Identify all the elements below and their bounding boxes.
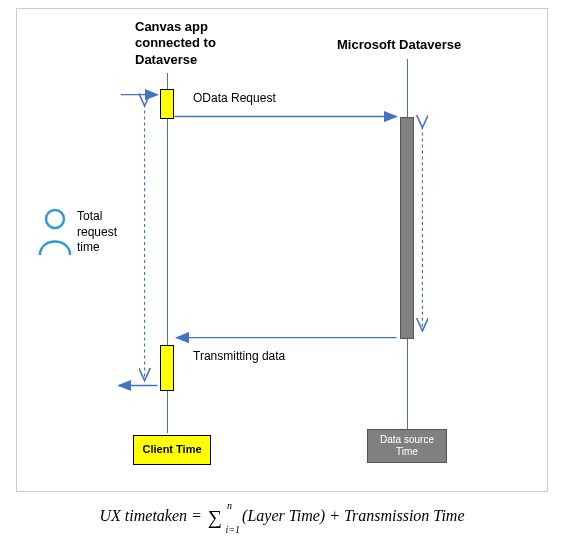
server-activation xyxy=(400,117,414,339)
formula-lhs: UX timetaken xyxy=(100,507,188,524)
dataverse-header: Microsoft Dataverse xyxy=(337,37,461,53)
data-source-time-box: Data source Time xyxy=(367,429,447,463)
transmitting-data-label: Transmitting data xyxy=(193,349,285,363)
client-time-box: Client Time xyxy=(133,435,211,465)
sigma-sup: n xyxy=(227,500,232,511)
sigma-icon: ∑ n i=1 xyxy=(208,506,222,529)
canvas-app-header: Canvas app connected to Dataverse xyxy=(135,19,245,68)
formula-term2: Transmission Time xyxy=(344,507,464,524)
formula-plus: + xyxy=(325,507,344,524)
formula-eq: = xyxy=(187,507,206,524)
data-source-time-text: Data source Time xyxy=(368,434,446,458)
diagram-container: Canvas app connected to Dataverse Micros… xyxy=(0,0,564,551)
user-icon xyxy=(35,207,75,257)
client-activation-bottom xyxy=(160,345,174,391)
formula-term1: (Layer Time) xyxy=(242,507,325,524)
sigma-sub: i=1 xyxy=(226,524,241,535)
total-request-time-label: Total request time xyxy=(77,209,117,256)
odata-request-label: OData Request xyxy=(193,91,276,105)
diagram-frame: Canvas app connected to Dataverse Micros… xyxy=(16,8,548,492)
ux-timetaken-formula: UX timetaken = ∑ n i=1 (Layer Time) + Tr… xyxy=(0,506,564,529)
svg-point-0 xyxy=(46,210,64,228)
client-activation-top xyxy=(160,89,174,119)
